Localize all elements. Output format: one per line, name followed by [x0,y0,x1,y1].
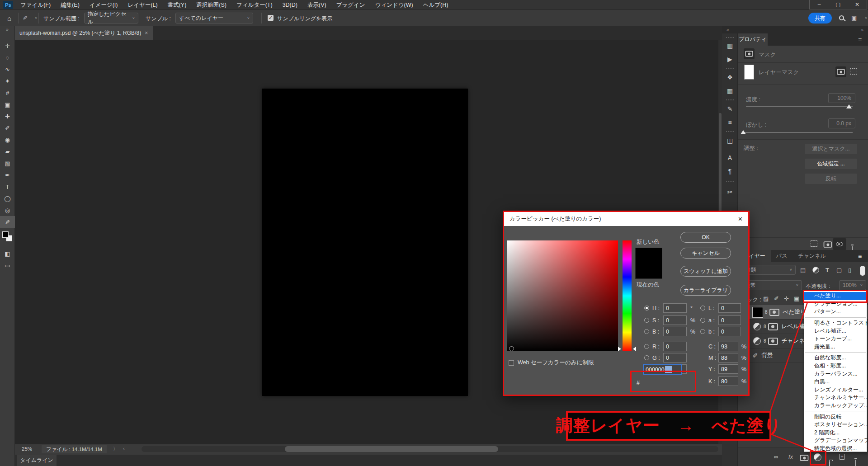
collapse-right-icon[interactable]: » [861,28,863,33]
saturation-radio[interactable] [644,318,649,323]
menu-filter[interactable]: フィルター(T) [231,0,278,10]
select-and-mask-button[interactable]: 選択とマスク... [805,144,857,154]
menu-help[interactable]: ヘルプ(H) [418,0,453,10]
cancel-button[interactable]: キャンセル [680,248,731,259]
share-button[interactable]: 共有 [808,13,832,24]
properties-menu-icon[interactable]: ≡ [858,36,862,43]
menu-item-color-lookup[interactable]: カラールックアップ... [804,402,867,410]
saturation-input[interactable]: 0 [663,315,687,325]
menu-type[interactable]: 書式(Y) [163,0,192,10]
zoom-level[interactable]: 25% [22,446,32,452]
feather-slider-handle[interactable] [741,130,746,134]
ok-button[interactable]: OK [680,232,731,243]
yellow-input[interactable]: 89 [718,364,738,374]
sample-size-dropdown[interactable]: 指定したピクセル˅ [84,13,138,24]
green-input[interactable]: 0 [663,353,687,362]
hue-radio[interactable] [644,306,649,311]
black-input[interactable]: 80 [718,377,738,386]
layer-mask-icon[interactable] [768,323,778,330]
feather-slider[interactable] [743,132,853,133]
adjustments-panel-button[interactable]: ≡ [722,117,738,128]
clone-stamp-tool[interactable]: ◉ [0,134,15,146]
menu-file[interactable]: ファイル(F) [15,0,56,10]
load-selection-icon[interactable] [811,240,817,247]
sample-layers-dropdown[interactable]: すべてのレイヤー˅ [175,13,253,24]
paragraph-panel-button[interactable]: ¶ [722,165,738,177]
menu-item-solid-color[interactable]: べた塗り... [804,292,867,300]
eyedropper-tool-icon[interactable]: ✎ [23,14,28,21]
quick-mask-mode-button[interactable]: ◧ [0,248,15,259]
cyan-input[interactable]: 93 [718,342,738,351]
filter-smart-object-icon[interactable]: ▯ [848,267,851,273]
eyedropper-tool[interactable]: ✎ [0,216,15,228]
magenta-input[interactable]: 88 [718,353,738,362]
tab-channels[interactable]: チャンネル [793,250,831,262]
layer-mask-thumbnail[interactable] [744,65,754,80]
menu-item-vibrance[interactable]: 自然な彩度... [804,354,867,362]
horizontal-scrollbar-thumb[interactable] [285,446,498,452]
layer-style-icon[interactable]: fx [788,453,793,460]
collapse-left-icon[interactable]: « [726,28,729,33]
dock-group-handle[interactable] [726,181,734,183]
crop-tool[interactable]: # [0,87,15,99]
menu-item-threshold[interactable]: 2 階調化... [804,429,867,437]
tab-properties[interactable]: プロパティ [738,33,768,46]
dock-group-handle[interactable] [726,37,734,39]
layer-mask-icon[interactable] [769,309,779,316]
actions-panel-button[interactable]: ▶ [722,53,738,65]
menu-item-brightness-contrast[interactable]: 明るさ・コントラスト... [804,319,867,327]
menu-edit[interactable]: 編集(E) [56,0,85,10]
add-mask-icon[interactable] [850,68,857,75]
mask-visibility-tile[interactable] [833,238,846,250]
menu-item-gradient-map[interactable]: グラデーションマップ... [804,437,867,445]
marquee-tool[interactable]: ◌ [0,52,15,63]
menu-item-invert[interactable]: 階調の反転 [804,413,867,421]
opacity-dropdown[interactable]: 100%˅ [839,280,866,290]
brush-settings-panel-button[interactable]: ✎ [722,103,738,115]
document-tab[interactable]: unsplash-woman.psd @ 25% (べた塗り 1, RGB/8)… [15,26,153,40]
layer-thumbnail[interactable] [752,307,763,318]
red-input[interactable]: 0 [663,342,687,351]
menu-select[interactable]: 選択範囲(S) [191,0,231,10]
show-sampling-ring-checkbox[interactable]: ✓ [268,15,274,21]
menu-image[interactable]: イメージ(I) [85,0,123,10]
restore-button[interactable]: ▢ [829,0,848,9]
menu-view[interactable]: 表示(V) [302,0,331,10]
layer-mask-icon[interactable] [768,338,778,345]
layer-name[interactable]: 背景 [762,352,773,359]
lock-transparency-icon[interactable]: ▨ [763,295,769,302]
color-range-button[interactable]: 色域指定 ... [805,159,857,169]
menu-item-posterize[interactable]: ポスタリゼーション... [804,421,867,429]
type-tool[interactable]: T [0,181,15,193]
document-tab-close-icon[interactable]: × [145,30,148,36]
grid-panel-button[interactable]: ▦ [722,85,738,97]
shape-tool[interactable]: ◯ [0,193,15,204]
zoom-tool[interactable]: ◎ [0,204,15,216]
lasso-tool[interactable]: ∿ [0,63,15,75]
filter-type-icon[interactable]: T [826,267,829,273]
close-button[interactable]: ✕ [848,0,867,9]
minimize-button[interactable]: – [810,0,829,9]
clone-source-panel-button[interactable]: ▥ [722,40,738,52]
new-adjustment-layer-icon[interactable] [814,453,821,461]
menu-item-pattern[interactable]: パターン... [804,308,867,316]
tool-preset-chevron-icon[interactable]: ˅ [35,16,37,20]
dock-group-handle[interactable] [726,99,734,101]
mask-badge-tile[interactable] [835,66,846,77]
menu-item-color-balance[interactable]: カラーバランス... [804,370,867,378]
hue-input[interactable]: 0 [663,303,687,313]
filter-shape-icon[interactable]: ▢ [836,267,842,273]
density-slider-handle[interactable] [846,104,852,108]
color-field-cursor[interactable] [509,346,514,351]
link-layers-icon[interactable]: ∞ [774,453,778,460]
swatches-panel-button[interactable]: ❖ [722,71,738,83]
home-icon[interactable]: ⌂ [7,14,11,22]
dock-group-handle[interactable] [726,131,734,133]
foreground-color-swatch[interactable] [2,231,9,238]
menu-item-curves[interactable]: トーンカーブ... [804,335,867,343]
menu-item-levels[interactable]: レベル補正... [804,327,867,335]
add-to-swatches-button[interactable]: スウォッチに追加 [680,266,731,277]
menu-item-hue-saturation[interactable]: 色相・彩度... [804,362,867,370]
filter-toggle[interactable] [860,266,865,276]
menu-item-selective-color[interactable]: 特定色域の選択... [804,445,867,453]
